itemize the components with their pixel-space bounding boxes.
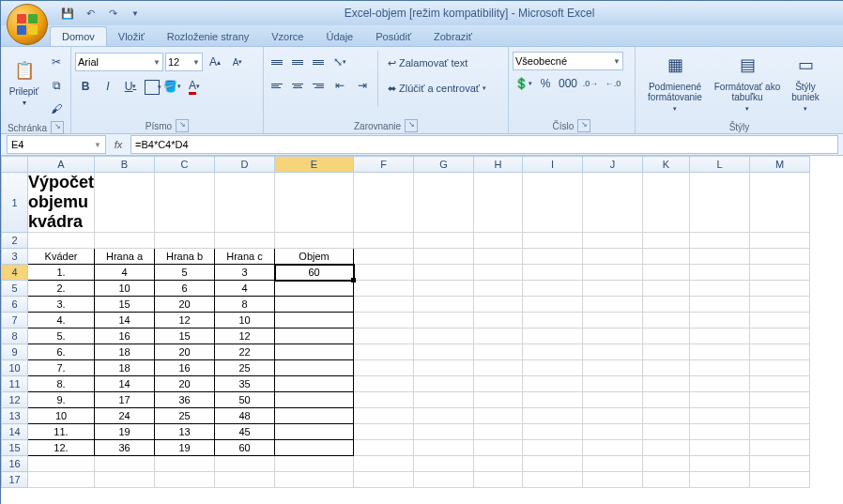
cell-F10[interactable]: [354, 360, 414, 376]
cell-K13[interactable]: [643, 408, 690, 424]
cell-M13[interactable]: [750, 408, 810, 424]
cell-L13[interactable]: [690, 408, 750, 424]
cell-G14[interactable]: [414, 424, 474, 440]
cell-E12[interactable]: [275, 392, 354, 408]
row-header-7[interactable]: 7: [2, 313, 28, 328]
cell-E5[interactable]: [275, 281, 354, 297]
cell-F15[interactable]: [354, 440, 414, 456]
cell-K17[interactable]: [643, 472, 690, 488]
cell-B16[interactable]: [95, 456, 155, 472]
cell-B12[interactable]: 17: [95, 392, 155, 408]
cell-L14[interactable]: [690, 424, 750, 440]
cell-G9[interactable]: [414, 344, 474, 360]
cell-F2[interactable]: [354, 233, 414, 249]
cell-G5[interactable]: [414, 281, 474, 297]
cell-K9[interactable]: [643, 344, 690, 360]
col-header-D[interactable]: D: [215, 157, 275, 173]
cell-I15[interactable]: [523, 440, 583, 456]
cell-B17[interactable]: [95, 472, 155, 488]
cell-E9[interactable]: [275, 344, 354, 360]
percent-icon[interactable]: %: [535, 73, 556, 94]
cell-L12[interactable]: [690, 392, 750, 408]
cell-B2[interactable]: [95, 233, 155, 249]
orientation-icon[interactable]: ⤡▾: [330, 52, 350, 72]
cell-L4[interactable]: [690, 265, 750, 281]
cell-E8[interactable]: [275, 328, 354, 344]
cell-K4[interactable]: [643, 265, 690, 281]
row-header-2[interactable]: 2: [2, 233, 28, 249]
cell-L15[interactable]: [690, 440, 750, 456]
cell-K6[interactable]: [643, 297, 690, 313]
cell-G8[interactable]: [414, 328, 474, 344]
cut-icon[interactable]: ✂: [46, 52, 67, 72]
cell-E2[interactable]: [275, 233, 354, 249]
row-header-16[interactable]: 16: [2, 456, 28, 472]
cell-K12[interactable]: [643, 392, 690, 408]
cell-J10[interactable]: [583, 360, 643, 376]
cell-E6[interactable]: [275, 297, 354, 313]
cell-A13[interactable]: 10: [28, 408, 95, 424]
cell-I10[interactable]: [523, 360, 583, 376]
cell-D11[interactable]: 35: [215, 376, 275, 392]
col-header-G[interactable]: G: [414, 157, 474, 173]
cell-A2[interactable]: [28, 233, 95, 249]
font-name-combo[interactable]: Arial▼: [75, 53, 163, 71]
cell-F6[interactable]: [354, 297, 414, 313]
col-header-L[interactable]: L: [690, 157, 750, 173]
row-header-17[interactable]: 17: [2, 472, 28, 488]
cell-K1[interactable]: [643, 173, 690, 233]
col-header-C[interactable]: C: [155, 157, 215, 173]
cell-G4[interactable]: [414, 265, 474, 281]
cell-I16[interactable]: [523, 456, 583, 472]
cell-H12[interactable]: [474, 392, 523, 408]
col-header-H[interactable]: H: [474, 157, 523, 173]
cell-B4[interactable]: 4: [95, 265, 155, 281]
cell-A16[interactable]: [28, 456, 95, 472]
cell-H14[interactable]: [474, 424, 523, 440]
cell-E10[interactable]: [275, 360, 354, 376]
col-header-K[interactable]: K: [643, 157, 690, 173]
cell-M9[interactable]: [750, 344, 810, 360]
cell-L2[interactable]: [690, 233, 750, 249]
cell-M4[interactable]: [750, 265, 810, 281]
cell-J7[interactable]: [583, 313, 643, 328]
cell-M5[interactable]: [750, 281, 810, 297]
cell-H7[interactable]: [474, 313, 523, 328]
conditional-format-button[interactable]: ▦ Podmienené formátovanie▾: [639, 49, 711, 115]
cell-M14[interactable]: [750, 424, 810, 440]
cell-K16[interactable]: [643, 456, 690, 472]
cell-D14[interactable]: 45: [215, 424, 275, 440]
cell-M7[interactable]: [750, 313, 810, 328]
cell-D3[interactable]: Hrana c: [215, 249, 275, 265]
cell-C16[interactable]: [155, 456, 215, 472]
cell-I1[interactable]: [523, 173, 583, 233]
cell-A17[interactable]: [28, 472, 95, 488]
cell-D9[interactable]: 22: [215, 344, 275, 360]
cell-D10[interactable]: 25: [215, 360, 275, 376]
cell-C1[interactable]: [155, 173, 215, 233]
cell-H3[interactable]: [474, 249, 523, 265]
align-center-icon[interactable]: [288, 79, 307, 92]
cell-F14[interactable]: [354, 424, 414, 440]
cell-H17[interactable]: [474, 472, 523, 488]
wrap-text-button[interactable]: ↩Zalamovať text: [383, 52, 491, 74]
row-header-1[interactable]: 1: [2, 173, 28, 233]
cell-A8[interactable]: 5.: [28, 328, 95, 344]
cell-A11[interactable]: 8.: [28, 376, 95, 392]
cell-M6[interactable]: [750, 297, 810, 313]
row-header-6[interactable]: 6: [2, 297, 28, 313]
col-header-F[interactable]: F: [354, 157, 414, 173]
cell-L1[interactable]: [690, 173, 750, 233]
increase-indent-icon[interactable]: ⇥: [352, 75, 373, 96]
font-size-combo[interactable]: 12▼: [165, 53, 203, 71]
row-header-15[interactable]: 15: [2, 440, 28, 456]
cell-C4[interactable]: 5: [155, 265, 215, 281]
tab-posúdiť[interactable]: Posúdiť: [364, 27, 422, 46]
col-header-J[interactable]: J: [583, 157, 643, 173]
cell-D8[interactable]: 12: [215, 328, 275, 344]
cell-F12[interactable]: [354, 392, 414, 408]
cell-H16[interactable]: [474, 456, 523, 472]
cell-M1[interactable]: [750, 173, 810, 233]
row-header-5[interactable]: 5: [2, 281, 28, 297]
row-header-9[interactable]: 9: [2, 344, 28, 360]
